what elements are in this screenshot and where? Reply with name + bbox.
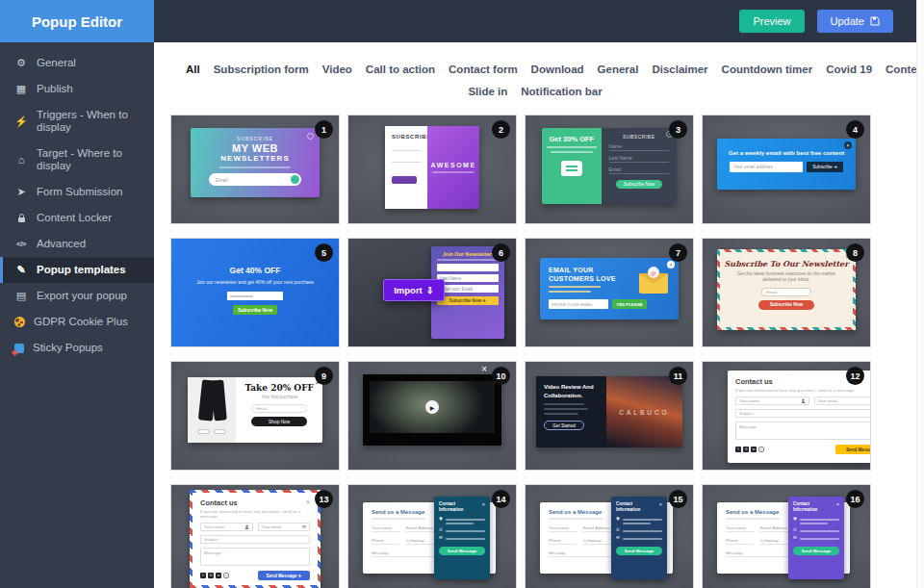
calendar-icon: ▦ <box>14 83 28 95</box>
template-card-1[interactable]: 1 SUBSCRIBE MY WEB NEWSLETTERS Email <box>170 115 340 224</box>
template-number-badge: 1 <box>315 120 333 139</box>
filter-download[interactable]: Download <box>531 64 584 75</box>
paper-plane-icon: ➤ <box>14 186 28 198</box>
person-icon <box>244 524 249 530</box>
preview-button[interactable]: Preview <box>739 10 804 33</box>
decor-shape <box>197 429 210 434</box>
envelope-icon: ✉ <box>793 536 797 541</box>
decor-line <box>392 162 421 163</box>
form-row: Your name Your email✉ <box>200 523 310 531</box>
popup-editor-app: Popup Editor ⚙General ▦Publish ⚡Triggers… <box>0 0 916 588</box>
close-icon: × <box>844 141 852 149</box>
pencil-icon: ✎ <box>14 264 28 276</box>
sidebar-item-publish[interactable]: ▦Publish <box>0 76 154 102</box>
sidebar-item-advanced[interactable]: </>Advanced <box>0 231 154 257</box>
import-button[interactable]: Import⇩ <box>383 279 445 301</box>
sidebar-item-content-locker[interactable]: Content Locker <box>0 205 154 231</box>
template-card-16[interactable]: 16 Send us a Message Your name Email Add… <box>702 484 871 588</box>
popup-title: Contact us <box>735 377 773 386</box>
filter-notification-bar[interactable]: Notification bar <box>521 86 602 97</box>
sidebar-item-general[interactable]: ⚙General <box>0 50 154 76</box>
sidebar-item-popup-templates[interactable]: ✎Popup templates <box>0 257 154 283</box>
update-button[interactable]: Update <box>817 10 893 33</box>
template-card-15[interactable]: 15 Send us a Message Your name Email Add… <box>525 484 694 588</box>
popup-text: Your first purchase <box>236 395 322 399</box>
sidebar: Popup Editor ⚙General ▦Publish ⚡Triggers… <box>0 0 154 588</box>
decor-line <box>446 530 485 532</box>
decor-line <box>544 413 578 415</box>
popup-subtitle: If you are interested to have any questi… <box>200 509 310 519</box>
fields-grid: Your name Email Address Phone Company Me… <box>726 520 788 557</box>
decor-line <box>432 171 475 173</box>
template-number-badge: 4 <box>846 120 864 139</box>
filter-general[interactable]: General <box>598 64 639 75</box>
template-card-12[interactable]: 12 Contact us × If you are interested to… <box>702 361 871 471</box>
template-card-2[interactable]: 2 SUBSCRIBE AWESOME <box>347 115 517 224</box>
address-row: ◉ <box>439 517 485 524</box>
filter-covid-19[interactable]: Covid 19 <box>826 64 872 75</box>
template-card-4[interactable]: 4 × Get a weekly email with best free co… <box>702 115 871 224</box>
template-card-11[interactable]: 11 Video Review AndCollaboration. Get St… <box>525 361 694 471</box>
subscribe-button-preview: Subscribe ➔ <box>807 162 843 172</box>
decor-line <box>547 146 597 148</box>
popup-title: Send us a Message <box>549 509 611 515</box>
decor-line <box>446 523 474 524</box>
address-row: ◉ <box>616 517 662 524</box>
code-icon: </> <box>14 238 28 250</box>
banner-pane: AWESOME <box>427 126 479 209</box>
template-card-9[interactable]: 9 × Take 20% OFF Your first purchase Ema… <box>170 361 340 471</box>
scrollbar-track[interactable] <box>916 0 924 588</box>
sidebar-item-gdpr-cookie[interactable]: GDPR Cookie Plus <box>0 309 154 335</box>
filter-subscription-form[interactable]: Subscription form <box>214 64 309 75</box>
filter-all[interactable]: All <box>186 64 200 75</box>
filter-slide-in[interactable]: Slide in <box>468 86 507 97</box>
home-icon: ⌂ <box>14 154 28 166</box>
filter-video[interactable]: Video <box>322 64 352 75</box>
send-message-button-preview: Send Message <box>793 547 839 555</box>
email-input-preview <box>227 292 283 300</box>
template-card-8[interactable]: 8 × Subscribe To Our Newsletter Get the … <box>702 238 871 347</box>
email-field-preview: Email Address <box>583 520 611 532</box>
decor-line <box>544 403 584 405</box>
email-input-preview: Your email address <box>730 162 803 172</box>
decor-line <box>623 530 662 532</box>
popup-subtitle: NEWSLETTERS <box>191 154 320 163</box>
template-filters: AllSubscription formVideoCall to actionC… <box>154 42 916 103</box>
send-message-button-preview: Send Message <box>439 547 485 555</box>
cookie-icon <box>14 317 25 327</box>
sidebar-item-export-popup[interactable]: ▤Export your popup <box>0 283 154 309</box>
filter-disclaimer[interactable]: Disclaimer <box>652 64 707 75</box>
template-card-6[interactable]: 6 Join Our Newsletter! Last Name Enter y… <box>347 238 517 347</box>
message-field-preview: Message <box>372 545 434 557</box>
sidebar-item-target[interactable]: ⌂Target - Where to display <box>0 141 154 179</box>
name-field-preview: Your name <box>372 520 399 532</box>
template-card-14[interactable]: 14 Send us a Message Your name Email Add… <box>347 484 517 588</box>
download-icon: ⇩ <box>426 285 434 295</box>
sidebar-item-triggers[interactable]: ⚡Triggers - When to display <box>0 102 154 141</box>
location-pin-icon: ◉ <box>439 517 443 522</box>
subject-input-preview: Subject <box>735 409 871 418</box>
message-field-preview: Message <box>726 545 788 557</box>
sidebar-item-sticky-popups[interactable]: Sticky Popups <box>0 335 154 361</box>
template-card-13[interactable]: 13 Contact us × If you are interested to… <box>170 484 340 588</box>
filter-contact-form[interactable]: Contact form <box>449 64 518 75</box>
name-field-preview: Your name <box>726 520 754 532</box>
sidebar-item-label: Popup templates <box>37 264 126 276</box>
decor-shape <box>214 429 226 434</box>
template-card-10[interactable]: 10 × ▶ <box>347 361 517 471</box>
sidebar-item-label: Triggers - When to display <box>37 109 146 134</box>
popup-preview-postcard-newsletter: × Subscribe To Our Newsletter Get the la… <box>717 249 856 330</box>
template-card-7[interactable]: 7 × EMAIL YOURCUSTOMERS LOVE ENTER YOUR … <box>525 238 694 347</box>
template-number-badge: 2 <box>492 120 510 139</box>
instagram-icon: ◎ <box>223 573 229 578</box>
form-row: Your email address Subscribe ➔ <box>717 162 856 172</box>
filter-countdown-timer[interactable]: Countdown timer <box>722 64 813 75</box>
filter-call-to-action[interactable]: Call to action <box>366 64 435 75</box>
contact-information-panel: Contact Information × ◉ ✆ ✉ Send Message <box>788 497 844 579</box>
popup-title: SUBSCRIBE <box>392 134 421 140</box>
popup-title: Subscribe To Our Newsletter <box>720 252 853 268</box>
template-card-5[interactable]: 5 Get 40% OFF Join our newsletter and ge… <box>170 238 340 347</box>
template-card-3[interactable]: 3 Get 30% OFF × SUBSCRIBE Name Last Name… <box>525 115 694 224</box>
sidebar-item-form-submission[interactable]: ➤Form Submission <box>0 179 154 205</box>
decor-line <box>549 291 591 293</box>
